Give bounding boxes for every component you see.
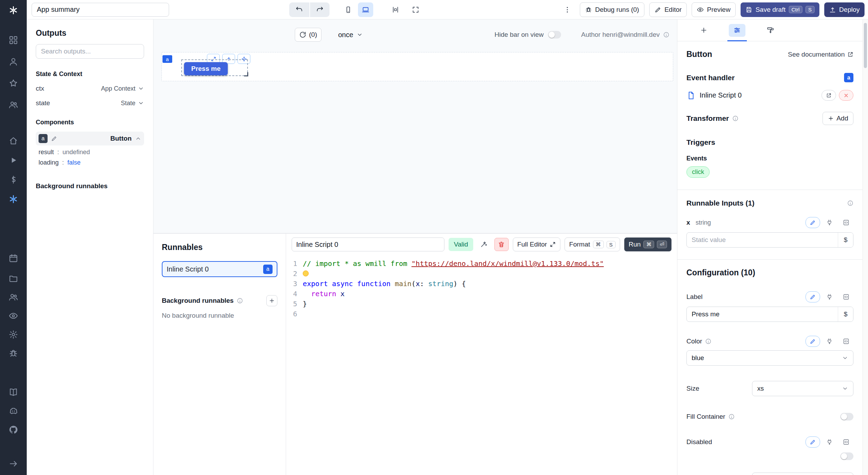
tab-settings[interactable] bbox=[729, 19, 745, 41]
size-select[interactable]: xs bbox=[752, 381, 853, 396]
edit-pencil-icon[interactable] bbox=[51, 135, 57, 142]
eye-icon[interactable] bbox=[6, 310, 21, 322]
result-prop-row[interactable]: result : undefined bbox=[36, 149, 144, 156]
app-canvas[interactable]: (0) once Hide bar on view Author henri@w… bbox=[153, 19, 677, 233]
folder-icon[interactable] bbox=[6, 272, 21, 284]
scrollbar-thumb[interactable] bbox=[864, 23, 867, 68]
connect-mode-plug-icon[interactable] bbox=[822, 291, 837, 302]
deploy-button[interactable]: Deploy bbox=[824, 2, 865, 17]
add-background-runnable-button[interactable] bbox=[266, 295, 277, 306]
run-button[interactable]: Run ⌘ ⏎ bbox=[624, 238, 671, 251]
collapse-arrow-icon[interactable] bbox=[6, 458, 21, 469]
open-script-button[interactable] bbox=[821, 90, 836, 101]
chevron-up-icon[interactable] bbox=[135, 135, 141, 142]
home-icon[interactable] bbox=[6, 135, 21, 147]
resize-handle[interactable] bbox=[244, 72, 248, 76]
static-value-input[interactable] bbox=[687, 236, 838, 244]
info-icon[interactable] bbox=[847, 200, 853, 206]
press-me-button[interactable]: Press me bbox=[184, 62, 228, 75]
arg-name: x bbox=[686, 219, 690, 226]
event-handler-title: Event handler bbox=[686, 74, 735, 82]
label-input[interactable] bbox=[687, 310, 838, 318]
format-button[interactable]: Format ⌘ S bbox=[565, 238, 620, 251]
event-handler-script-row[interactable]: Inline Script 0 bbox=[686, 90, 853, 101]
hide-bar-toggle[interactable] bbox=[548, 31, 561, 39]
tab-theme[interactable] bbox=[762, 19, 779, 41]
dollar-icon[interactable] bbox=[6, 174, 21, 185]
more-menu-button[interactable] bbox=[560, 2, 575, 17]
calendar-icon[interactable] bbox=[6, 252, 21, 264]
schedule-dropdown[interactable]: once bbox=[338, 28, 363, 42]
desktop-view-button[interactable] bbox=[358, 2, 373, 17]
fullscreen-button[interactable] bbox=[408, 2, 423, 17]
gear-icon[interactable] bbox=[6, 328, 21, 340]
loading-prop-row[interactable]: loading : false bbox=[36, 159, 144, 166]
star-icon[interactable] bbox=[6, 77, 21, 89]
preview-button[interactable]: Preview bbox=[692, 2, 736, 17]
dollar-template-button[interactable]: $ bbox=[838, 233, 853, 247]
static-mode-pencil-icon[interactable] bbox=[806, 436, 820, 448]
worker-bug-icon[interactable] bbox=[6, 347, 21, 359]
state-row[interactable]: state State bbox=[36, 99, 144, 107]
dollar-template-button[interactable]: $ bbox=[838, 307, 853, 322]
play-icon[interactable] bbox=[6, 154, 21, 166]
grid-icon[interactable] bbox=[6, 34, 21, 46]
color-select[interactable]: blue bbox=[686, 350, 853, 366]
eval-mode-code-icon[interactable] bbox=[839, 436, 853, 448]
eval-mode-code-icon[interactable] bbox=[839, 217, 853, 228]
info-icon[interactable] bbox=[728, 414, 735, 420]
full-editor-button[interactable]: Full Editor bbox=[513, 238, 561, 251]
ai-wand-button[interactable] bbox=[477, 238, 490, 251]
groups-icon[interactable] bbox=[6, 291, 21, 303]
github-icon[interactable] bbox=[6, 424, 21, 435]
eval-mode-code-icon[interactable] bbox=[839, 336, 853, 347]
script-name-input[interactable] bbox=[292, 238, 444, 251]
connect-mode-plug-icon[interactable] bbox=[822, 336, 837, 347]
save-draft-button[interactable]: Save draft Ctrl S bbox=[741, 2, 819, 17]
undo-button[interactable] bbox=[289, 2, 309, 17]
editor-button[interactable]: Editor bbox=[649, 2, 687, 17]
docs-book-icon[interactable] bbox=[6, 386, 21, 398]
vertical-scrollbar[interactable] bbox=[862, 19, 868, 475]
info-icon[interactable] bbox=[732, 115, 738, 122]
static-mode-pencil-icon[interactable] bbox=[806, 291, 820, 302]
colon: : bbox=[62, 159, 64, 166]
user-icon[interactable] bbox=[6, 56, 21, 67]
size-field-name: Size bbox=[686, 385, 699, 392]
info-icon[interactable] bbox=[237, 298, 243, 304]
add-transformer-button[interactable]: Add bbox=[823, 112, 853, 125]
app-summary-input[interactable] bbox=[32, 3, 169, 17]
tab-insert[interactable] bbox=[695, 19, 712, 41]
discord-icon[interactable] bbox=[6, 405, 21, 417]
redo-button[interactable] bbox=[309, 2, 329, 17]
see-documentation-link[interactable]: See documentation bbox=[788, 51, 853, 58]
eval-mode-code-icon[interactable] bbox=[839, 291, 853, 302]
info-icon[interactable] bbox=[705, 338, 711, 344]
static-mode-pencil-icon[interactable] bbox=[806, 217, 820, 228]
debug-runs-button[interactable]: Debug runs (0) bbox=[580, 2, 644, 17]
fill-container-toggle[interactable] bbox=[840, 413, 853, 420]
users-icon[interactable] bbox=[6, 99, 21, 110]
info-icon[interactable] bbox=[663, 32, 669, 38]
ctx-row[interactable]: ctx App Context bbox=[36, 85, 144, 92]
grid-row[interactable]: a Press me bbox=[161, 52, 673, 81]
disabled-toggle[interactable] bbox=[840, 452, 853, 460]
plus-icon bbox=[700, 26, 708, 34]
refresh-button[interactable]: (0) bbox=[295, 28, 322, 42]
code-lines[interactable]: // import * as wmill from "https://deno.… bbox=[303, 259, 677, 475]
windmill-logo[interactable] bbox=[6, 4, 21, 16]
center-align-button[interactable] bbox=[388, 2, 403, 17]
runnable-item[interactable]: Inline Script 0 a bbox=[162, 261, 277, 277]
connect-mode-plug-icon[interactable] bbox=[822, 217, 837, 228]
windmill-hub-icon[interactable] bbox=[6, 193, 21, 205]
runnable-item-badge: a bbox=[263, 265, 273, 274]
static-mode-pencil-icon[interactable] bbox=[806, 336, 820, 347]
mobile-view-button[interactable] bbox=[341, 2, 356, 17]
code-editor[interactable]: 123456 // import * as wmill from "https:… bbox=[286, 255, 677, 475]
delete-script-button[interactable] bbox=[494, 238, 509, 251]
remove-script-button[interactable] bbox=[839, 90, 853, 101]
component-row[interactable]: a Button bbox=[36, 132, 144, 145]
search-outputs-input[interactable] bbox=[36, 44, 144, 59]
connect-mode-plug-icon[interactable] bbox=[822, 436, 837, 448]
before-icon-input[interactable] bbox=[752, 473, 853, 475]
